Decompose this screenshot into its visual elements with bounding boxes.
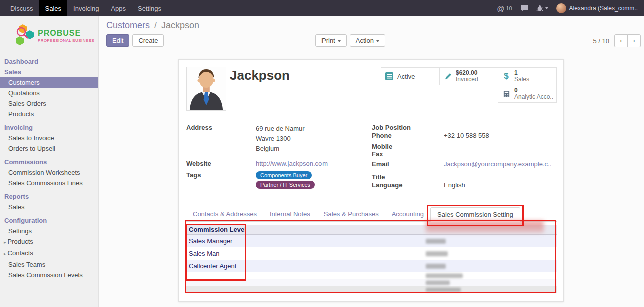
sales-count-label: Sales xyxy=(514,76,529,83)
tags-label: Tags xyxy=(186,171,256,190)
website-link[interactable]: http://www.jackpson.com xyxy=(256,160,328,167)
table-row-sales-manager[interactable]: Sales Manager xyxy=(186,235,557,247)
phone-value: +32 10 588 558 xyxy=(444,132,489,143)
sidebar-item-quotations[interactable]: Quotations xyxy=(0,88,98,98)
mobile-label: Mobile xyxy=(372,143,444,150)
control-panel-dropdowns: Print Action xyxy=(315,34,385,47)
probuse-logo: PROBUSE PROFESSIONAL BUSINESS xyxy=(0,16,98,56)
sidebar-heading-commissions[interactable]: Commissions xyxy=(0,157,98,167)
caret-down-icon xyxy=(376,40,379,42)
cell-commission-level: Sales Man xyxy=(189,250,219,257)
pencil-icon xyxy=(443,73,452,80)
sidebar-item-config-contacts[interactable]: ▸Contacts xyxy=(0,248,98,259)
menu-discuss[interactable]: Discuss xyxy=(4,0,39,16)
breadcrumb-separator: / xyxy=(154,20,157,30)
chevron-right-icon: ▸ xyxy=(4,240,6,245)
create-button[interactable]: Create xyxy=(132,34,164,47)
mobile-field: Mobile xyxy=(372,143,556,150)
cell-commission-level: Sales Manager xyxy=(189,237,232,245)
job-position-field: Job Position xyxy=(372,124,556,132)
analytic-stat-button[interactable]: 0 Analytic Acco... xyxy=(498,85,557,103)
sidebar-heading-configuration[interactable]: Configuration xyxy=(0,215,98,226)
mentions-button[interactable]: @ 10 xyxy=(497,4,512,13)
tab-internal-notes[interactable]: Internal Notes xyxy=(263,207,317,221)
phone-field: Phone +32 10 588 558 xyxy=(372,132,556,143)
tab-contacts-addresses[interactable]: Contacts & Addresses xyxy=(186,207,263,221)
email-link[interactable]: Jackpson@yourcompany.example.c.. xyxy=(444,160,551,173)
column-header-commission-level: Commission Level xyxy=(189,226,246,233)
website-label: Website xyxy=(186,160,256,167)
sidebar-item-reports-sales[interactable]: Sales xyxy=(0,202,98,212)
menu-invoicing[interactable]: Invoicing xyxy=(67,0,105,16)
messages-icon[interactable] xyxy=(520,5,528,12)
sidebar-item-sales-commissions-lines[interactable]: Sales Commissions Lines xyxy=(0,178,98,188)
tab-sales-commission-setting[interactable]: Sales Commission Setting xyxy=(430,207,520,222)
analytic-count-label: Analytic Acco... xyxy=(514,94,553,100)
redacted-cell-blur xyxy=(426,251,448,256)
print-dropdown[interactable]: Print xyxy=(315,34,347,47)
menu-apps[interactable]: Apps xyxy=(105,0,132,16)
sidebar-item-sales-commission-levels[interactable]: Sales Commission Levels xyxy=(0,270,98,280)
table-row-sales-man[interactable]: Sales Man xyxy=(186,247,557,260)
user-name: Alexandra (Sales_comm.. xyxy=(569,5,638,12)
sidebar-item-orders-to-upsell[interactable]: Orders to Upsell xyxy=(0,143,98,154)
action-label: Action xyxy=(356,37,374,44)
redacted-cell-blur xyxy=(426,239,446,244)
pager-count: 5 / 10 xyxy=(593,37,609,45)
sidebar-section-dashboard: Dashboard Sales Customers Quotations Sal… xyxy=(0,56,98,119)
breadcrumb: Customers / Jackpson xyxy=(106,20,199,31)
invoiced-stat-button[interactable]: $620.00 Invoiced xyxy=(439,67,498,85)
sidebar-item-sales-teams[interactable]: Sales Teams xyxy=(0,259,98,270)
sidebar-item-dashboard[interactable]: Dashboard xyxy=(0,56,98,67)
sidebar-item-products[interactable]: Products xyxy=(0,109,98,119)
sidebar-section-commissions: Commissions Commission Worksheets Sales … xyxy=(0,157,98,188)
language-field: Language English xyxy=(372,181,556,189)
topbar: Discuss Sales Invoicing Apps Settings @ … xyxy=(0,0,644,16)
redacted-cell-blur xyxy=(426,281,450,285)
sidebar: PROBUSE PROFESSIONAL BUSINESS Dashboard … xyxy=(0,16,99,307)
sidebar-item-customers[interactable]: Customers xyxy=(0,77,98,88)
invoiced-label: Invoiced xyxy=(456,76,478,83)
left-field-column: Address 69 rue de Namur Wavre 1300 Belgi… xyxy=(186,124,364,193)
sidebar-item-settings[interactable]: Settings xyxy=(0,226,98,236)
right-field-column: Job Position Phone +32 10 588 558 Mobile… xyxy=(372,124,556,192)
menu-sales[interactable]: Sales xyxy=(39,0,68,16)
user-avatar xyxy=(556,3,566,13)
debug-icon[interactable] xyxy=(536,5,548,12)
stat-buttons: Active $620.00 Invoiced $ 1 Sales xyxy=(381,67,557,103)
customer-photo xyxy=(186,67,226,111)
menu-settings[interactable]: Settings xyxy=(132,0,167,16)
fax-label: Fax xyxy=(372,150,444,158)
address-label: Address xyxy=(186,124,256,154)
sidebar-heading-invoicing[interactable]: Invoicing xyxy=(0,122,98,133)
sidebar-item-sales-to-invoice[interactable]: Sales to Invoice xyxy=(0,133,98,143)
sidebar-item-config-products[interactable]: ▸Products xyxy=(0,236,98,248)
table-row-empty xyxy=(186,279,557,286)
sidebar-heading-reports[interactable]: Reports xyxy=(0,191,98,202)
notebook-tabs: Contacts & Addresses Internal Notes Sale… xyxy=(186,207,557,222)
tab-sales-purchases[interactable]: Sales & Purchases xyxy=(317,207,385,221)
pager-previous-button[interactable]: ‹ xyxy=(614,34,628,47)
breadcrumb-customers[interactable]: Customers xyxy=(106,20,150,30)
tab-accounting[interactable]: Accounting xyxy=(385,207,430,221)
pager-next-button[interactable]: › xyxy=(627,34,641,47)
sidebar-item-commission-worksheets[interactable]: Commission Worksheets xyxy=(0,167,98,178)
website-field: Website http://www.jackpson.com xyxy=(186,160,364,167)
active-stat-button[interactable]: Active xyxy=(381,67,440,85)
main-content: Customers / Jackpson Edit Create Print A… xyxy=(99,16,644,307)
phone-label: Phone xyxy=(372,132,444,143)
table-row-callcenter-agent[interactable]: Callcenter Agent xyxy=(186,260,557,272)
edit-button[interactable]: Edit xyxy=(106,34,129,47)
topbar-right: @ 10 Alexandra (Sales_comm.. xyxy=(497,0,644,16)
sidebar-item-label: Contacts xyxy=(8,249,33,257)
sales-stat-button[interactable]: $ 1 Sales xyxy=(498,67,557,85)
record-title: Jackpson xyxy=(230,68,290,83)
user-menu[interactable]: Alexandra (Sales_comm.. xyxy=(556,3,638,13)
email-label: Email xyxy=(372,160,444,173)
action-dropdown[interactable]: Action xyxy=(350,34,385,47)
redacted-cell-blur xyxy=(426,274,463,278)
sidebar-heading-sales[interactable]: Sales xyxy=(0,67,98,77)
pager: 5 / 10 ‹ › xyxy=(593,34,641,47)
sidebar-item-sales-orders[interactable]: Sales Orders xyxy=(0,98,98,109)
email-field: Email Jackpson@yourcompany.example.c.. xyxy=(372,160,556,173)
